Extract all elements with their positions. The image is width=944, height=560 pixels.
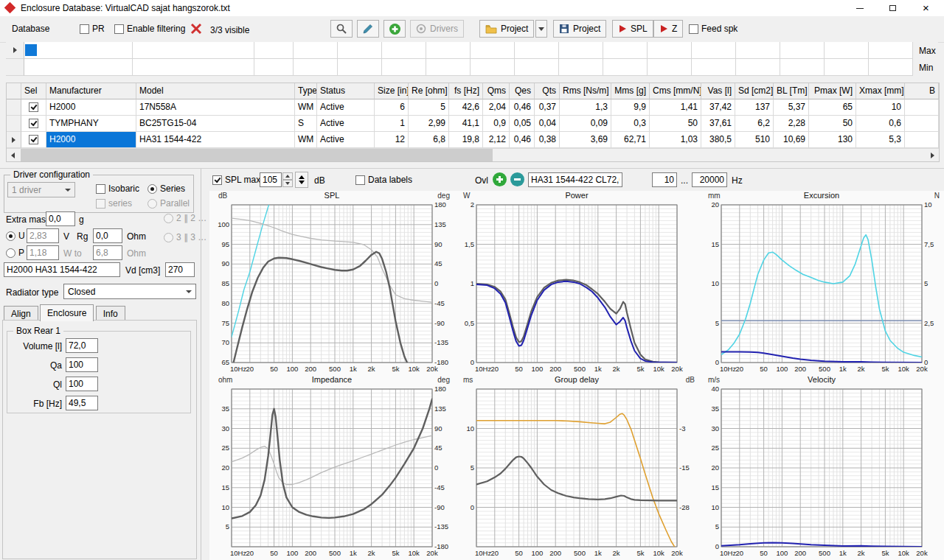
- filter-cell[interactable]: [294, 59, 338, 76]
- value-cell[interactable]: 6: [375, 99, 409, 116]
- column-header-type[interactable]: Type: [295, 83, 317, 99]
- status-cell[interactable]: Active: [317, 99, 375, 116]
- value-cell[interactable]: 2,99: [409, 116, 449, 132]
- value-cell[interactable]: 5: [409, 99, 449, 116]
- column-header-qes[interactable]: Qes: [510, 83, 535, 99]
- extra-cell[interactable]: [905, 99, 939, 116]
- freq-min-input[interactable]: [652, 172, 677, 187]
- value-cell[interactable]: 0,04: [535, 116, 560, 132]
- search-button[interactable]: [330, 20, 353, 38]
- value-cell[interactable]: 6,2: [735, 116, 774, 132]
- value-cell[interactable]: 5,37: [774, 99, 809, 116]
- value-cell[interactable]: 0,6: [856, 116, 905, 132]
- filter-cell[interactable]: [515, 42, 559, 59]
- tab-align[interactable]: Align: [4, 306, 38, 321]
- filter-cell[interactable]: [692, 42, 736, 59]
- driver-name-input[interactable]: [4, 262, 120, 277]
- spinner-down-button[interactable]: [282, 180, 293, 187]
- power-radio[interactable]: P: [6, 248, 24, 258]
- filter-cell[interactable]: [294, 42, 338, 59]
- scroll-thumb[interactable]: [21, 149, 493, 161]
- tab-info[interactable]: Info: [96, 306, 125, 321]
- column-header-b[interactable]: B: [905, 83, 939, 99]
- column-header-status[interactable]: Status: [317, 83, 375, 99]
- scroll-right-button[interactable]: [926, 149, 939, 161]
- value-cell[interactable]: 10,69: [774, 132, 809, 148]
- type-cell[interactable]: WM: [295, 99, 317, 116]
- value-cell[interactable]: 1: [375, 116, 409, 132]
- filter-cell[interactable]: [254, 59, 294, 76]
- type-cell[interactable]: S: [295, 116, 317, 132]
- column-header-rms-ns-m-[interactable]: Rms [Ns/m]: [560, 83, 611, 99]
- enable-filtering-checkbox[interactable]: Enable filtering: [114, 24, 185, 34]
- add-driver-button[interactable]: [384, 20, 406, 38]
- filter-cell[interactable]: [736, 42, 780, 59]
- parallel-radio[interactable]: Parallel: [148, 198, 190, 209]
- filter-cell[interactable]: [648, 59, 692, 76]
- filter-cell[interactable]: [338, 42, 382, 59]
- value-cell[interactable]: 1,3: [560, 99, 611, 116]
- model-cell[interactable]: BC25TG15-04: [136, 116, 295, 132]
- row-selector[interactable]: [7, 99, 21, 116]
- value-cell[interactable]: 0,9: [483, 116, 510, 132]
- value-cell[interactable]: 0,46: [510, 132, 535, 148]
- filter-cell[interactable]: [515, 59, 559, 76]
- filter-cell[interactable]: [869, 42, 913, 59]
- row-selector[interactable]: [7, 132, 21, 148]
- value-cell[interactable]: 37,42: [701, 99, 735, 116]
- row-selector[interactable]: [7, 116, 21, 132]
- project-open-dropdown[interactable]: [535, 20, 547, 38]
- value-cell[interactable]: 9,9: [611, 99, 650, 116]
- overlay-remove-button[interactable]: [510, 172, 524, 186]
- column-header-mms-g-[interactable]: Mms [g]: [611, 83, 650, 99]
- project-open-button[interactable]: Project: [479, 20, 534, 38]
- pr-checkbox[interactable]: PR: [80, 24, 105, 34]
- sel-checkbox-cell[interactable]: [21, 132, 46, 148]
- column-header-vas-l-[interactable]: Vas [l]: [701, 83, 735, 99]
- column-header-sd-cm2-[interactable]: Sd [cm2]: [735, 83, 774, 99]
- value-cell[interactable]: 1,03: [650, 132, 701, 148]
- filter-cell[interactable]: [24, 42, 133, 59]
- spl-max-input[interactable]: [260, 172, 282, 187]
- qa-input[interactable]: [66, 357, 98, 372]
- value-cell[interactable]: 0,3: [611, 116, 650, 132]
- fb-input[interactable]: [66, 396, 98, 410]
- filter-cell[interactable]: [426, 59, 471, 76]
- value-cell[interactable]: 5,3: [856, 132, 905, 148]
- manufacturer-cell[interactable]: TYMPHANY: [46, 116, 136, 132]
- two-parallel-radio[interactable]: 2 ∥ 2 …: [164, 213, 206, 223]
- edit-button[interactable]: [357, 20, 379, 38]
- series-checkbox[interactable]: series: [96, 198, 132, 209]
- filter-cell[interactable]: [133, 59, 254, 76]
- manufacturer-cell[interactable]: H2000: [46, 99, 136, 116]
- tab-enclosure[interactable]: Enclosure: [40, 304, 94, 321]
- value-cell[interactable]: 0,38: [535, 132, 560, 148]
- column-header-bl-tm-[interactable]: BL [Tm]: [774, 83, 809, 99]
- filter-cell[interactable]: [559, 42, 603, 59]
- value-cell[interactable]: 2,28: [774, 116, 809, 132]
- type-cell[interactable]: WM: [295, 132, 317, 148]
- column-header-re-ohm-[interactable]: Re [ohm]: [409, 83, 449, 99]
- value-cell[interactable]: 65: [809, 99, 856, 116]
- power-input[interactable]: [27, 245, 59, 260]
- autoscale-button[interactable]: [295, 172, 308, 188]
- extra-cell[interactable]: [905, 116, 939, 132]
- spl-max-checkbox[interactable]: SPL max: [212, 175, 260, 185]
- sel-checkbox-cell[interactable]: [21, 99, 46, 116]
- vd-input[interactable]: [165, 262, 195, 277]
- export-z-button[interactable]: Z: [653, 20, 683, 38]
- filter-cell[interactable]: [254, 42, 294, 59]
- filter-cell[interactable]: [869, 59, 913, 76]
- filter-cell[interactable]: [825, 42, 869, 59]
- voltage-radio[interactable]: U: [6, 231, 25, 241]
- column-header-size-in-[interactable]: Size [in]: [375, 83, 409, 99]
- overlay-add-button[interactable]: [493, 172, 507, 186]
- filter-cell[interactable]: [382, 59, 426, 76]
- filter-cell[interactable]: [736, 59, 780, 76]
- maximize-button[interactable]: [876, 0, 909, 16]
- feed-spk-checkbox[interactable]: Feed spk: [689, 24, 738, 34]
- value-cell[interactable]: 12: [375, 132, 409, 148]
- value-cell[interactable]: 380,5: [701, 132, 735, 148]
- filter-cell[interactable]: [133, 42, 254, 59]
- filter-cell[interactable]: [648, 42, 692, 59]
